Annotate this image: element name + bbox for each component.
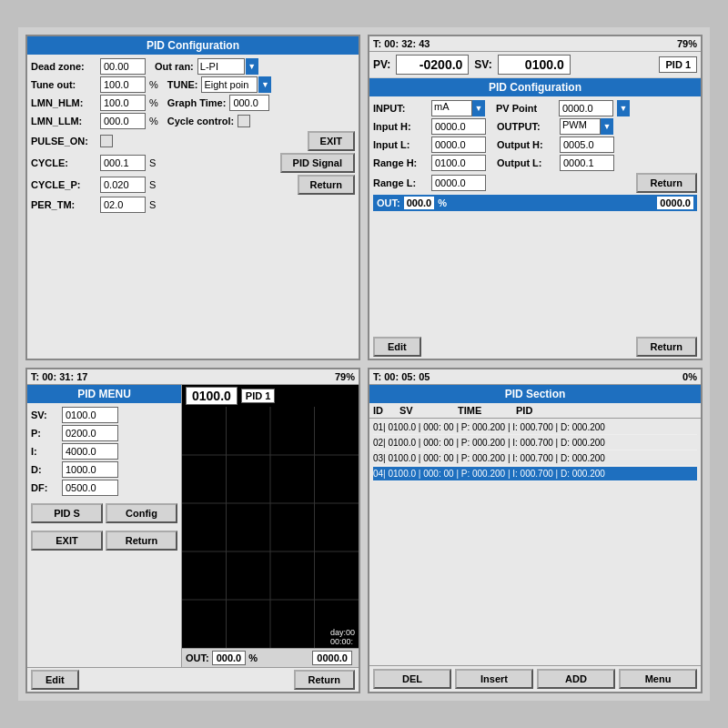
pid-signal-button[interactable]: PID Signal: [280, 153, 355, 173]
range-l-label: Range L:: [373, 177, 428, 188]
lmn-llm-input[interactable]: [100, 113, 146, 129]
row-range-l: Range L: Return: [373, 173, 697, 193]
panel3-pct: 79%: [335, 371, 355, 382]
out-range-arrow[interactable]: ▼: [246, 58, 258, 75]
p3-df-input[interactable]: [62, 480, 118, 496]
p3-p-input[interactable]: [62, 425, 118, 441]
row-input: INPUT: mA ▼ PV Point ▼: [373, 100, 697, 116]
p3-sv-input[interactable]: [62, 407, 118, 423]
p3-menu: PID MENU SV: P: I: D:: [27, 385, 182, 667]
output-l-input[interactable]: [560, 155, 614, 171]
panel4: T: 00: 05: 05 0% PID Section ID SV TIME …: [368, 368, 703, 693]
p2-return-button[interactable]: Return: [636, 337, 697, 357]
cycle-p-input[interactable]: [100, 177, 146, 193]
p3-out-number: 0000.0: [312, 651, 352, 665]
cycle-control-label: Cycle control:: [167, 116, 234, 126]
menu-button[interactable]: Menu: [619, 669, 697, 689]
tune-label: TUNE:: [167, 79, 198, 90]
panel4-time: T: 00: 05: 05: [373, 371, 682, 382]
cycle-input[interactable]: [100, 155, 146, 171]
exit-button-p3[interactable]: EXIT: [31, 531, 103, 551]
panel2-title: PID Configuration: [369, 78, 701, 96]
p2-return-field-btn[interactable]: Return: [636, 173, 697, 193]
out-range-select[interactable]: L-PI ▼: [197, 58, 258, 75]
p3-return-bottom-button[interactable]: Return: [294, 670, 355, 690]
input-label: INPUT:: [373, 103, 428, 114]
output-l-label: Output L:: [497, 157, 556, 168]
input-h-input[interactable]: [431, 118, 486, 135]
pulse-on-label: PULSE_ON:: [31, 136, 96, 147]
range-h-label: Range H:: [373, 157, 428, 168]
config-button[interactable]: Config: [106, 503, 177, 523]
col-pid: PID: [516, 405, 697, 416]
p3-bottom-bar: Edit Return: [27, 667, 359, 692]
p3-out-label: OUT:: [186, 652, 209, 663]
cycle-unit: S: [149, 157, 156, 168]
panel4-bottom-btns: DEL Insert ADD Menu: [369, 665, 701, 692]
tune-out-unit: %: [149, 79, 158, 90]
per-tm-unit: S: [149, 199, 156, 210]
pulse-on-checkbox[interactable]: [100, 135, 113, 147]
add-button[interactable]: ADD: [537, 669, 615, 689]
input-select[interactable]: mA ▼: [431, 100, 485, 116]
del-button[interactable]: DEL: [373, 669, 451, 689]
p3-menu-title: PID MENU: [27, 385, 181, 403]
exit-button[interactable]: EXIT: [308, 131, 355, 151]
tune-value: Eight poin: [201, 76, 258, 93]
pv-point-label: PV Point: [496, 103, 555, 114]
row-pulse-on: PULSE_ON: EXIT: [31, 131, 355, 151]
return-button[interactable]: Return: [298, 175, 355, 195]
return-button-p3[interactable]: Return: [106, 531, 177, 551]
p3-menu-btns: PID S Config: [27, 500, 181, 527]
dead-zone-input[interactable]: [100, 58, 146, 75]
panel4-rows: 01| 0100.0 | 000: 00 | P: 000.200 | I: 0…: [369, 419, 701, 665]
tune-select[interactable]: Eight poin ▼: [201, 76, 271, 93]
p3-i-label: I:: [31, 446, 58, 457]
output-label: OUTPUT:: [497, 121, 556, 132]
cycle-p-label: CYCLE_P:: [31, 179, 96, 190]
p3-pid-badge: PID 1: [241, 389, 276, 403]
cycle-control-checkbox[interactable]: [238, 115, 250, 127]
table-row[interactable]: 04| 0100.0 | 000: 00 | P: 000.200 | I: 0…: [373, 467, 697, 481]
table-row[interactable]: 01| 0100.0 | 000: 00 | P: 000.200 | I: 0…: [373, 420, 697, 435]
p3-pv-display: 0100.0 PID 1: [182, 385, 359, 407]
input-arrow[interactable]: ▼: [472, 100, 485, 116]
out-pct: %: [438, 197, 447, 208]
input-l-input[interactable]: [431, 136, 486, 153]
pid-badge: PID 1: [659, 56, 697, 73]
sv-value: 0100.0: [498, 55, 571, 75]
tune-out-input[interactable]: [100, 76, 146, 93]
table-row[interactable]: 03| 0100.0 | 000: 00 | P: 000.200 | I: 0…: [373, 451, 697, 466]
p3-chart: 0100.0 PID 1: [182, 385, 359, 667]
range-l-input[interactable]: [431, 175, 486, 191]
main-container: PID Configuration Dead zone: Out ran: L-…: [18, 27, 710, 701]
out-row: OUT: 000.0 % 0000.0: [373, 195, 697, 211]
insert-button[interactable]: Insert: [455, 669, 533, 689]
sv-label: SV:: [474, 58, 491, 71]
p3-d-input[interactable]: [62, 461, 118, 478]
p3-p-label: P:: [31, 428, 58, 439]
graph-time-input[interactable]: [229, 95, 269, 111]
pv-point-arrow[interactable]: ▼: [617, 100, 630, 116]
p3-i-row: I:: [31, 443, 177, 460]
output-select[interactable]: PWM ▼: [560, 118, 613, 135]
output-arrow[interactable]: ▼: [601, 118, 613, 135]
pv-point-input[interactable]: [559, 100, 613, 116]
table-row[interactable]: 02| 0100.0 | 000: 00 | P: 000.200 | I: 0…: [373, 436, 697, 450]
edit-button[interactable]: Edit: [373, 337, 421, 357]
p3-edit-button[interactable]: Edit: [31, 670, 79, 690]
panel3-time: T: 00: 31: 17: [31, 371, 335, 382]
col-time: TIME: [458, 405, 512, 416]
panel3-content: PID MENU SV: P: I: D:: [27, 385, 359, 667]
tune-arrow[interactable]: ▼: [258, 76, 271, 93]
output-h-input[interactable]: [560, 136, 614, 153]
per-tm-input[interactable]: [100, 197, 146, 213]
pid-s-button[interactable]: PID S: [31, 503, 103, 523]
lmn-hlm-input[interactable]: [100, 95, 146, 111]
range-h-input[interactable]: [431, 155, 486, 171]
p3-menu-body: SV: P: I: D:: [27, 403, 181, 500]
input-value: mA: [431, 100, 472, 116]
panel2-btn-row: Edit Return: [369, 335, 701, 359]
p3-i-input[interactable]: [62, 443, 118, 460]
col-id: ID: [373, 405, 396, 416]
